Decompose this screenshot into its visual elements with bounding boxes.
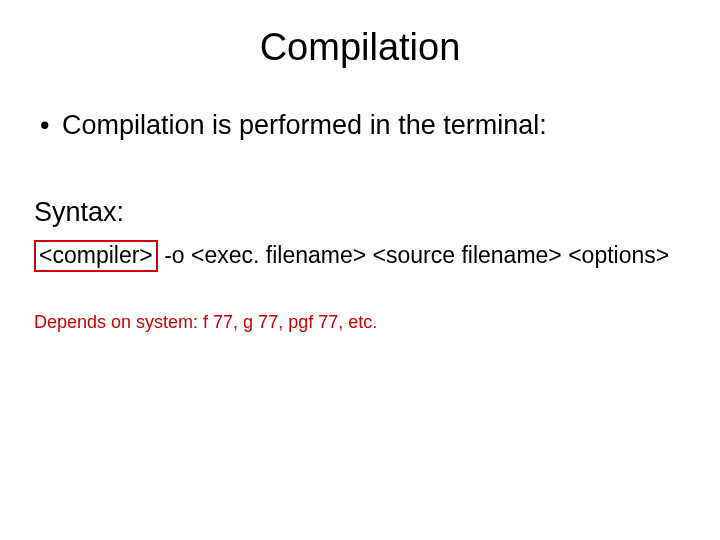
slide-title: Compilation	[38, 26, 682, 69]
slide: Compilation Compilation is performed in …	[0, 0, 720, 540]
syntax-rest: -o <exec. filename> <source filename> <o…	[158, 242, 669, 268]
compiler-highlight-box: <compiler>	[34, 240, 158, 273]
syntax-line: <compiler> -o <exec. filename> <source f…	[34, 240, 682, 273]
bullet-list: Compilation is performed in the terminal…	[38, 109, 682, 143]
syntax-label: Syntax:	[34, 197, 682, 228]
depends-note: Depends on system: f 77, g 77, pgf 77, e…	[34, 312, 682, 333]
bullet-item: Compilation is performed in the terminal…	[38, 109, 682, 143]
